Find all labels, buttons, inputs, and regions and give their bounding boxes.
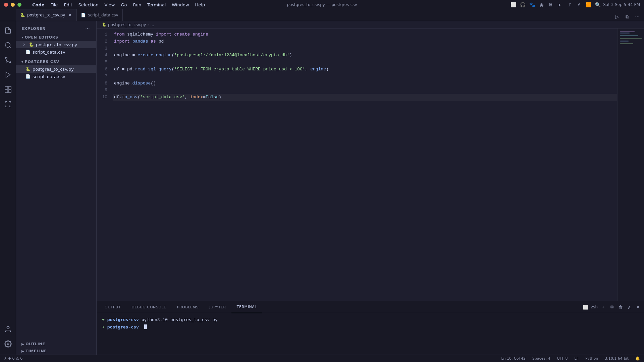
open-editors-chevron: ▾	[21, 36, 23, 39]
breadcrumb-filename[interactable]: postgres_to_csv.py	[108, 22, 146, 27]
more-actions-button[interactable]: ···	[633, 13, 641, 21]
panel-tabs: OUTPUT DEBUG CONSOLE PROBLEMS JUPYTER TE…	[97, 301, 644, 313]
search-icon[interactable]: 🔍	[595, 2, 600, 7]
timeline-header[interactable]: ▶ TIMELINE	[16, 348, 96, 355]
close-panel-button[interactable]: ✕	[635, 304, 641, 310]
sidebar-actions: ···	[84, 25, 91, 32]
kill-terminal-button[interactable]: 🗑	[617, 304, 624, 310]
py-icon-open: 🐍	[29, 42, 34, 47]
activity-source-control[interactable]	[1, 53, 15, 67]
music-icon[interactable]: ♪	[567, 2, 572, 7]
activity-accounts[interactable]	[1, 322, 15, 336]
menu-selection[interactable]: Selection	[76, 2, 101, 8]
battery-icon[interactable]: ⚡	[576, 2, 582, 7]
datetime: Sat 3 Sep 5:44 PM	[603, 2, 640, 7]
maximize-button[interactable]	[17, 3, 21, 7]
open-editor-script-csv[interactable]: 📄 script_data.csv	[16, 48, 96, 56]
maximize-panel-button[interactable]: ∧	[626, 304, 633, 310]
panel-tab-output[interactable]: OUTPUT	[99, 301, 126, 313]
file-script-csv[interactable]: 📄 script_data.csv	[16, 73, 96, 80]
status-encoding[interactable]: UTF-8	[556, 356, 569, 361]
code-line-3	[113, 45, 617, 52]
status-spaces[interactable]: Spaces: 4	[531, 356, 551, 361]
status-language[interactable]: Python	[584, 356, 599, 361]
panel-actions: ⬜ zsh ＋ ⧉ 🗑 ∧ ✕	[582, 304, 641, 310]
postgres-csv-header[interactable]: ▾ POSTGRES-CSV	[16, 58, 96, 65]
panel-tab-jupyter[interactable]: JUPYTER	[204, 301, 231, 313]
activity-testing[interactable]	[1, 98, 15, 111]
tab-close-1[interactable]: ✕	[67, 12, 72, 18]
code-lines[interactable]: from sqlalchemy import create_engine imp…	[113, 28, 617, 301]
outline-chevron: ▶	[21, 342, 24, 346]
menu-go[interactable]: Go	[118, 2, 129, 8]
breadcrumb-file-icon: 🐍	[102, 22, 107, 27]
status-position[interactable]: Ln 10, Col 42	[500, 356, 527, 361]
status-eol[interactable]: LF	[573, 356, 580, 361]
panel-tab-problems[interactable]: PROBLEMS	[172, 301, 204, 313]
code-line-6: df = pd.read_sql_query('SELECT * FROM cr…	[113, 66, 617, 73]
headphone-icon[interactable]: 🎧	[520, 2, 525, 7]
svg-point-2	[9, 61, 11, 63]
close-editor-py-icon[interactable]: ✕	[21, 42, 27, 47]
code-editor[interactable]: 1 2 3 4 5 6 7 8 9 10 from sqlalchemy imp…	[97, 28, 644, 301]
extension-icon[interactable]: 🐾	[529, 2, 535, 7]
play-icon[interactable]: ⏵	[557, 2, 563, 7]
wifi-icon[interactable]: 📶	[586, 2, 591, 7]
traffic-lights	[4, 3, 21, 7]
app-container: 🐍 postgres_to_csv.py ✕ 📄 script_data.csv…	[0, 9, 644, 362]
menu-view[interactable]: View	[102, 2, 117, 8]
timeline-label: TIMELINE	[25, 349, 47, 353]
activity-search[interactable]	[1, 39, 15, 52]
menu-code[interactable]: Code	[30, 2, 47, 8]
activity-settings[interactable]	[1, 337, 15, 351]
menu-help[interactable]: Help	[193, 2, 208, 8]
split-editor-button[interactable]: ⧉	[623, 13, 631, 21]
terminal-line-1: ➜ postgres-csv python3.10 postgres_to_cs…	[102, 316, 639, 323]
open-editor-postgres-py[interactable]: ✕ 🐍 postgres_to_csv.py	[16, 41, 96, 48]
activity-files[interactable]	[1, 24, 15, 37]
open-editors-header[interactable]: ▾ OPEN EDITORS	[16, 34, 96, 41]
menu-run[interactable]: Run	[130, 2, 144, 8]
status-version[interactable]: 3.10.1 64-bit	[603, 356, 630, 361]
tab-postgres-to-csv[interactable]: 🐍 postgres_to_csv.py ✕	[16, 9, 77, 21]
panel-tab-debug[interactable]: DEBUG CONSOLE	[126, 301, 171, 313]
file-postgres-py[interactable]: 🐍 postgres_to_csv.py	[16, 65, 96, 73]
activity-run-debug[interactable]	[1, 68, 15, 81]
split-terminal-button[interactable]: ⧉	[608, 304, 615, 310]
status-right: Ln 10, Col 42 Spaces: 4 UTF-8 LF Python …	[500, 356, 641, 361]
focus-icon[interactable]: ◉	[539, 2, 544, 7]
csv-icon-open: 📄	[25, 50, 31, 54]
minimize-button[interactable]	[11, 3, 15, 7]
new-file-button[interactable]: ···	[84, 25, 91, 32]
tab-label-2: script_data.csv	[88, 13, 118, 17]
activity-bar	[0, 21, 16, 355]
new-terminal-button[interactable]: ＋	[600, 304, 606, 310]
outline-header[interactable]: ▶ OUTLINE	[16, 341, 96, 348]
code-line-4: engine = create_engine('postgresql://ami…	[113, 52, 617, 59]
file-py-label: postgres_to_csv.py	[33, 67, 74, 72]
window-title: postgres_to_csv.py — postgres-csv	[287, 2, 357, 7]
code-line-10: df.to_csv('script_data.csv', index=False…	[113, 94, 617, 101]
code-line-5	[113, 59, 617, 66]
minimap	[617, 28, 644, 301]
display-icon[interactable]: 🖥	[548, 2, 553, 7]
menu-terminal[interactable]: Terminal	[145, 2, 168, 8]
terminal-line-2: ➜ postgres-csv	[102, 323, 639, 330]
activity-extensions[interactable]	[1, 83, 15, 96]
status-bar: ⚡ ⊗ 0 ⚠ 0 Ln 10, Col 42 Spaces: 4 UTF-8 …	[0, 355, 644, 362]
close-button[interactable]	[4, 3, 8, 7]
breadcrumb-parent[interactable]: ...	[150, 22, 154, 27]
screen-record-icon[interactable]: ⬜	[511, 2, 516, 7]
timeline-chevron: ▶	[21, 349, 24, 353]
status-remote[interactable]: ⚡ ⊗ 0 ⚠ 0	[3, 356, 24, 361]
status-eol-label: LF	[575, 356, 579, 361]
terminal-output[interactable]: ➜ postgres-csv python3.10 postgres_to_cs…	[97, 313, 644, 355]
run-code-button[interactable]: ▷	[613, 13, 621, 21]
menu-file[interactable]: File	[48, 2, 61, 8]
menu-edit[interactable]: Edit	[61, 2, 75, 8]
tab-script-data-csv[interactable]: 📄 script_data.csv	[77, 9, 122, 21]
panel-tab-terminal[interactable]: TERMINAL	[231, 301, 262, 313]
terminal-cursor	[144, 324, 147, 329]
menu-window[interactable]: Window	[169, 2, 192, 8]
status-notifications[interactable]: 🔔	[634, 356, 641, 361]
